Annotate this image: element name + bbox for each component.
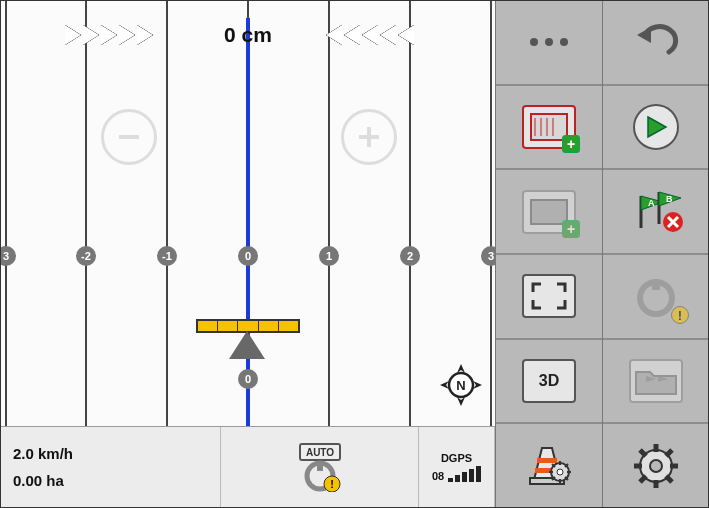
swath-line xyxy=(85,1,87,426)
fullscreen-button[interactable] xyxy=(496,255,602,340)
svg-line-62 xyxy=(666,450,672,456)
autosteer-icon: AUTO ! xyxy=(292,442,348,492)
svg-rect-23 xyxy=(531,200,567,224)
toolbar-left-column: + + 3D xyxy=(495,1,602,507)
toolbar-right-column: A B ! xyxy=(602,1,709,507)
gps-mode: DGPS xyxy=(441,452,472,464)
svg-point-29 xyxy=(557,469,563,475)
swath-number: -1 xyxy=(157,246,177,266)
swath-line xyxy=(166,1,168,426)
signal-bars-icon xyxy=(448,464,481,482)
svg-marker-5 xyxy=(440,381,449,389)
svg-marker-3 xyxy=(457,364,465,373)
compass-icon: N xyxy=(439,363,483,407)
cone-gear-icon xyxy=(522,444,576,488)
status-speed-area: 2.0 km/h 0.00 ha xyxy=(1,427,221,507)
svg-point-54 xyxy=(650,460,662,472)
gps-sat-count: 08 xyxy=(432,470,444,482)
gear-icon xyxy=(629,444,683,488)
add-field-button[interactable]: + xyxy=(496,86,602,171)
play-icon xyxy=(633,104,679,150)
3d-view-button[interactable]: 3D xyxy=(496,340,602,425)
status-gps[interactable]: DGPS 08 xyxy=(419,427,495,507)
swath-number-under: 0 xyxy=(238,369,258,389)
swath-number: 1 xyxy=(319,246,339,266)
offset-readout: 0 cm xyxy=(1,23,495,47)
swath-line xyxy=(409,1,411,426)
svg-text:B: B xyxy=(666,194,673,204)
more-button[interactable] xyxy=(496,1,602,86)
svg-point-15 xyxy=(530,38,538,46)
obstacle-settings-button[interactable] xyxy=(496,424,602,507)
svg-text:A: A xyxy=(648,198,655,208)
fullscreen-icon xyxy=(522,274,576,318)
screen-icon: + xyxy=(522,190,576,234)
autosteer-warn-button[interactable]: ! xyxy=(603,255,709,340)
undo-icon xyxy=(629,20,683,64)
area-value: 0.00 ha xyxy=(13,472,208,489)
ab-folder-button[interactable] xyxy=(603,340,709,425)
svg-marker-39 xyxy=(648,117,666,137)
swath-number: 3 xyxy=(0,246,16,266)
svg-rect-50 xyxy=(652,282,660,290)
status-bar: 2.0 km/h 0.00 ha AUTO ! DGPS 08 xyxy=(1,426,495,507)
play-button[interactable] xyxy=(603,86,709,171)
status-auto[interactable]: AUTO ! xyxy=(221,427,419,507)
more-icon xyxy=(522,20,576,64)
field-icon: + xyxy=(522,105,576,149)
svg-rect-12 xyxy=(317,463,323,471)
settings-button[interactable] xyxy=(603,424,709,507)
svg-marker-6 xyxy=(473,381,482,389)
cube-3d-icon: 3D xyxy=(522,359,576,403)
svg-text:N: N xyxy=(456,378,465,393)
vehicle-icon xyxy=(229,331,265,359)
speed-value: 2.0 km/h xyxy=(13,445,208,462)
svg-marker-38 xyxy=(637,27,651,43)
svg-point-16 xyxy=(545,38,553,46)
svg-marker-4 xyxy=(457,397,465,406)
svg-line-60 xyxy=(666,476,672,482)
add-screen-button[interactable]: + xyxy=(496,170,602,255)
ab-flags-button[interactable]: A B xyxy=(603,170,709,255)
swath-number: -2 xyxy=(76,246,96,266)
swath-line xyxy=(490,1,492,426)
zoom-in-button[interactable] xyxy=(341,109,397,165)
svg-text:!: ! xyxy=(330,478,334,490)
svg-point-17 xyxy=(560,38,568,46)
back-button[interactable] xyxy=(603,1,709,86)
swath-number: 0 xyxy=(238,246,258,266)
swath-line xyxy=(5,1,7,426)
svg-line-61 xyxy=(640,476,646,482)
swath-number: 2 xyxy=(400,246,420,266)
ab-line xyxy=(246,18,250,426)
svg-line-59 xyxy=(640,450,646,456)
swath-line xyxy=(328,1,330,426)
ab-flags-delete-icon: A B xyxy=(629,190,683,234)
svg-rect-2 xyxy=(367,127,371,147)
svg-rect-0 xyxy=(119,135,139,139)
folder-ab-icon xyxy=(629,359,683,403)
steering-wheel-icon: ! xyxy=(629,274,683,318)
svg-rect-25 xyxy=(537,458,557,463)
zoom-out-button[interactable] xyxy=(101,109,157,165)
svg-text:AUTO: AUTO xyxy=(305,447,333,458)
